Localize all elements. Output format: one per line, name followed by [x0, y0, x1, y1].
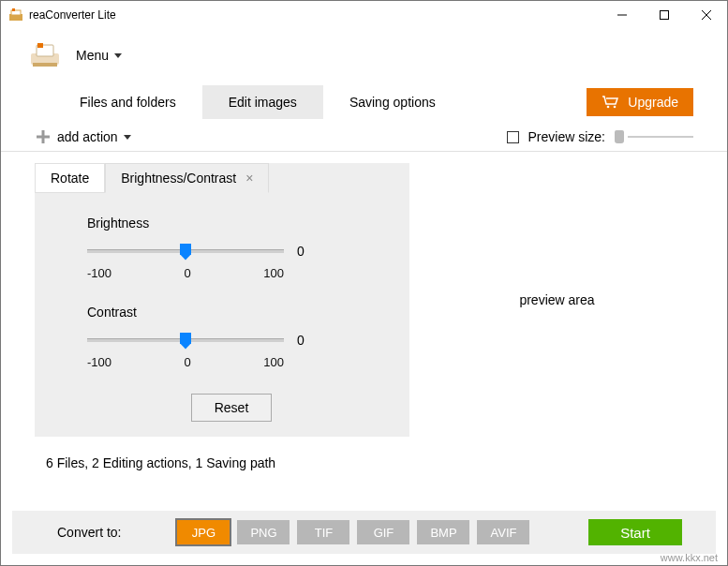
contrast-ticks: -100 0 100: [87, 355, 284, 369]
menu-label-text: Menu: [76, 48, 109, 63]
bottom-bar: Convert to: JPG PNG TIF GIF BMP AVIF Sta…: [12, 511, 716, 554]
panel-tab-rotate-label: Rotate: [51, 171, 89, 186]
status-line: 6 Files, 2 Editing actions, 1 Saving pat…: [1, 437, 727, 480]
format-avif[interactable]: AVIF: [477, 520, 529, 544]
brightness-group: Brightness 0 -100 0 100: [87, 216, 376, 280]
reset-button[interactable]: Reset: [191, 394, 273, 422]
svg-point-12: [614, 106, 617, 109]
brightness-slider-thumb[interactable]: [180, 244, 191, 261]
brightness-ticks: -100 0 100: [87, 266, 284, 280]
contrast-slider[interactable]: [87, 338, 284, 342]
close-icon[interactable]: ×: [245, 171, 253, 186]
edit-panel: Rotate Brightness/Contrast × Brightness …: [35, 163, 409, 437]
contrast-slider-thumb[interactable]: [180, 333, 191, 350]
edit-panel-tabs: Rotate Brightness/Contrast ×: [35, 163, 409, 193]
svg-point-11: [607, 106, 610, 109]
cart-icon: [602, 96, 618, 109]
svg-rect-9: [37, 43, 43, 48]
format-tif[interactable]: TIF: [297, 520, 349, 544]
upgrade-label: Upgrade: [628, 95, 678, 110]
preview-area: preview area: [421, 163, 693, 437]
format-jpg[interactable]: JPG: [177, 520, 230, 544]
printer-icon: [29, 42, 61, 68]
tick-max: 100: [263, 266, 284, 280]
main-tabs-row: Files and folders Edit images Saving opt…: [1, 82, 727, 123]
tick-min: -100: [87, 355, 111, 369]
preview-size-slider[interactable]: [615, 130, 693, 143]
tab-edit-images[interactable]: Edit images: [202, 85, 323, 119]
menu-bar: Menu: [1, 29, 727, 82]
close-button[interactable]: [685, 1, 727, 29]
brightness-label: Brightness: [87, 216, 376, 231]
svg-rect-4: [660, 11, 668, 20]
app-icon: [8, 7, 23, 22]
plus-icon: [35, 128, 52, 145]
panel-tab-rotate[interactable]: Rotate: [35, 163, 105, 193]
brightness-slider[interactable]: [87, 249, 284, 253]
window-controls: [601, 1, 727, 29]
tick-mid: 0: [185, 355, 191, 369]
toolbar-row: add action Preview size:: [1, 123, 727, 151]
menu-button[interactable]: Menu: [76, 48, 122, 63]
watermark: www.kkx.net: [661, 552, 718, 563]
preview-placeholder: preview area: [519, 292, 594, 307]
preview-size-checkbox[interactable]: [507, 131, 519, 143]
format-png[interactable]: PNG: [237, 520, 290, 544]
maximize-button[interactable]: [643, 1, 685, 29]
tab-saving-options[interactable]: Saving options: [323, 85, 462, 119]
panel-tab-brightness-contrast[interactable]: Brightness/Contrast ×: [105, 163, 269, 193]
minimize-button[interactable]: [601, 1, 643, 29]
start-button[interactable]: Start: [588, 519, 682, 545]
brightness-value: 0: [297, 244, 319, 259]
tick-max: 100: [263, 355, 284, 369]
upgrade-button[interactable]: Upgrade: [587, 88, 693, 116]
caret-down-icon: [124, 135, 131, 140]
tab-files-and-folders[interactable]: Files and folders: [53, 85, 202, 119]
title-bar: reaConverter Lite: [1, 1, 727, 29]
slider-thumb-icon: [615, 130, 624, 143]
contrast-label: Contrast: [87, 305, 376, 320]
tick-mid: 0: [185, 266, 191, 280]
format-buttons: JPG PNG TIF GIF BMP AVIF: [177, 520, 529, 544]
window-title: reaConverter Lite: [29, 8, 116, 22]
contrast-slider-row: 0: [87, 333, 376, 348]
brightness-slider-row: 0: [87, 244, 376, 259]
format-bmp[interactable]: BMP: [417, 520, 469, 544]
title-bar-left: reaConverter Lite: [8, 7, 116, 22]
caret-down-icon: [114, 53, 122, 58]
add-action-button[interactable]: add action: [35, 128, 131, 145]
add-action-label: add action: [57, 129, 118, 144]
contrast-group: Contrast 0 -100 0 100: [87, 305, 376, 369]
format-gif[interactable]: GIF: [357, 520, 409, 544]
panel-body: Brightness 0 -100 0 100 Contrast: [35, 193, 409, 437]
contrast-value: 0: [297, 333, 319, 348]
content-area: Rotate Brightness/Contrast × Brightness …: [1, 151, 727, 437]
toolbar-right: Preview size:: [507, 129, 693, 144]
preview-size-label: Preview size:: [528, 129, 605, 144]
svg-rect-10: [33, 63, 57, 67]
slider-track: [628, 136, 693, 138]
panel-tab-bc-label: Brightness/Contrast: [121, 171, 236, 186]
svg-rect-14: [37, 136, 50, 139]
svg-rect-2: [12, 8, 15, 11]
tick-min: -100: [87, 266, 111, 280]
convert-to-label: Convert to:: [57, 525, 121, 540]
